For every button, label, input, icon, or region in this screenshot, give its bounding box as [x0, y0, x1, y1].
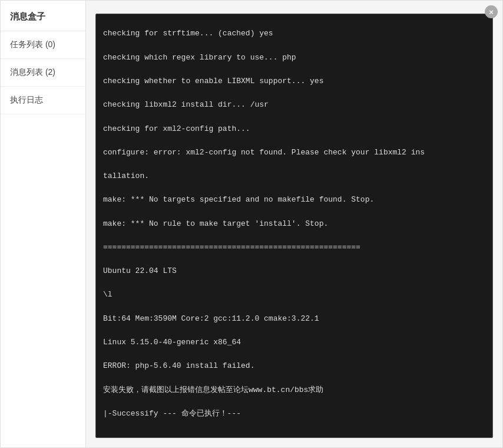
close-button[interactable]: × [485, 5, 498, 18]
sidebar-item-task-list[interactable]: 任务列表 (0) [1, 31, 85, 59]
terminal-line: make: *** No rule to make target 'instal… [103, 218, 485, 230]
terminal-line: configure: error: xml2-config not found.… [103, 147, 485, 159]
terminal-line: ERROR: php-5.6.40 install failed. [103, 360, 485, 372]
terminal-line: Bit:64 Mem:3590M Core:2 gcc:11.2.0 cmake… [103, 313, 485, 325]
terminal-line: |-Successify --- 命令已执行！--- [103, 408, 485, 420]
terminal-line: Ubuntu 22.04 LTS [103, 265, 485, 277]
terminal-line: checking whether to enable LIBXML suppor… [103, 75, 485, 87]
terminal-line: make: *** No targets specified and no ma… [103, 194, 485, 206]
sidebar-title: 消息盒子 [1, 1, 85, 31]
content-area: × checking size of long... (cached) 8 ch… [86, 1, 502, 447]
terminal-line: checking for strftime... (cached) yes [103, 28, 485, 39]
terminal-line: checking which regex library to use... p… [103, 52, 485, 64]
terminal-body[interactable]: checking size of long... (cached) 8 chec… [96, 14, 492, 437]
terminal-line: checking libxml2 install dir... /usr [103, 99, 485, 111]
terminal-line: 安装失败，请截图以上报错信息发帖至论坛www.bt.cn/bbs求助 [103, 384, 485, 396]
terminal-line: ========================================… [103, 242, 485, 253]
terminal-container: checking size of long... (cached) 8 chec… [95, 14, 493, 438]
sidebar: 消息盒子 任务列表 (0) 消息列表 (2) 执行日志 [1, 1, 86, 447]
terminal-line: checking for xml2-config path... [103, 123, 485, 135]
terminal-line: Linux 5.15.0-40-generic x86_64 [103, 337, 485, 348]
terminal-line: \l [103, 289, 485, 301]
terminal-line: checking for atoll... yes [103, 14, 485, 16]
terminal-line: tallation. [103, 170, 485, 182]
main-container: 消息盒子 任务列表 (0) 消息列表 (2) 执行日志 × checking s… [0, 0, 503, 448]
sidebar-item-message-list[interactable]: 消息列表 (2) [1, 59, 85, 87]
sidebar-item-exec-log[interactable]: 执行日志 [1, 87, 85, 114]
